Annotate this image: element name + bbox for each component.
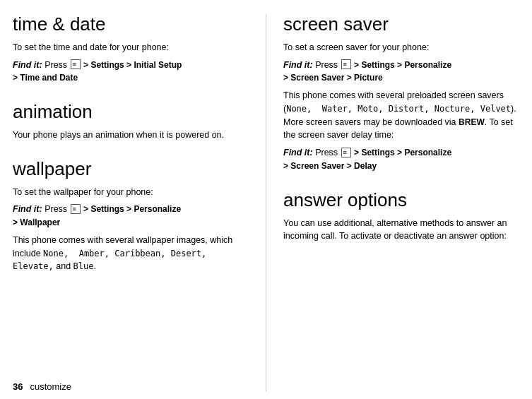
screen-saver-find-it2: Find it: Press > Settings > Personalize>… xyxy=(283,146,519,173)
footer-section-label: customize xyxy=(30,381,71,392)
find-it-label-3: Find it: xyxy=(283,60,313,70)
brew-label: BREW xyxy=(459,117,485,127)
screen-saver-items: None, Water, Moto, Distort, Nocture, Vel… xyxy=(286,104,511,114)
wallpaper-find-it: Find it: Press > Settings > Personalize>… xyxy=(13,203,249,230)
screen-saver-body2: This phone comes with several preloaded … xyxy=(283,89,519,142)
section-animation: animation Your phone plays an animation … xyxy=(13,102,249,146)
wallpaper-items: None, Amber, Caribbean, Desert, Elevate, xyxy=(13,249,206,272)
find-it-text-4: Press xyxy=(315,148,340,157)
animation-title: animation xyxy=(13,102,249,123)
menu-icon-2 xyxy=(71,204,81,214)
wallpaper-body1: To set the wallpaper for your phone: xyxy=(13,186,249,199)
time-date-title: time & date xyxy=(13,14,249,35)
footer: 36 customize xyxy=(13,381,71,392)
answer-options-title: answer options xyxy=(283,190,519,211)
time-date-body: To set the time and date for your phone: xyxy=(13,41,249,54)
screen-saver-title: screen saver xyxy=(283,14,519,35)
wallpaper-last: Blue xyxy=(73,261,94,271)
section-screen-saver: screen saver To set a screen saver for y… xyxy=(283,14,519,177)
column-divider xyxy=(266,14,266,392)
answer-options-body: You can use additional, alternative meth… xyxy=(283,217,519,244)
find-it-text-2: Press xyxy=(45,204,69,214)
find-it-label-4: Find it: xyxy=(283,148,313,157)
menu-icon-1 xyxy=(71,59,81,69)
right-column: screen saver To set a screen saver for y… xyxy=(283,14,519,392)
menu-icon-4 xyxy=(341,148,351,157)
find-it-text-1: Press xyxy=(45,60,69,70)
wallpaper-title: wallpaper xyxy=(13,159,249,180)
find-it-label-2: Find it: xyxy=(13,204,42,214)
section-time-date: time & date To set the time and date for… xyxy=(13,14,249,89)
find-it-text-3: Press xyxy=(315,60,340,70)
menu-icon-3 xyxy=(341,59,351,69)
left-column: time & date To set the time and date for… xyxy=(13,14,249,392)
animation-body: Your phone plays an animation when it is… xyxy=(13,129,249,142)
time-date-find-it: Find it: Press > Settings > Initial Setu… xyxy=(13,59,249,85)
section-wallpaper: wallpaper To set the wallpaper for your … xyxy=(13,159,249,278)
page-number: 36 xyxy=(13,381,23,392)
find-it-label-1: Find it: xyxy=(13,60,42,70)
screen-saver-body1: To set a screen saver for your phone: xyxy=(283,41,519,54)
page-container: time & date To set the time and date for… xyxy=(0,0,532,399)
wallpaper-body2: This phone comes with several wallpaper … xyxy=(13,234,249,273)
section-answer-options: answer options You can use additional, a… xyxy=(283,190,519,247)
screen-saver-find-it1: Find it: Press > Settings > Personalize>… xyxy=(283,59,519,85)
